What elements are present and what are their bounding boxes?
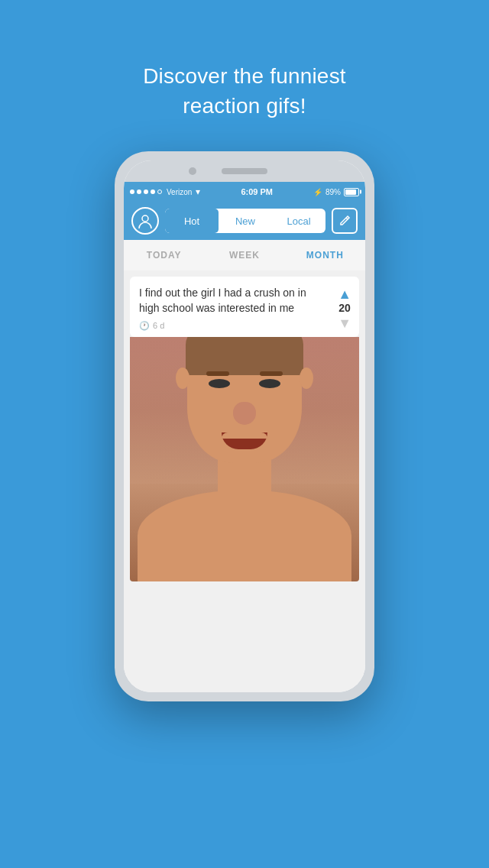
time-filter: TODAY WEEK MONTH <box>124 240 365 270</box>
phone-camera <box>189 167 196 175</box>
vote-controls: ▲ 20 ▼ <box>338 287 351 330</box>
post-meta: 🕐 6 d <box>139 321 351 331</box>
post-card: I find out the girl I had a crush on in … <box>130 277 359 336</box>
bluetooth-icon: ⚡ <box>313 188 322 196</box>
phone-screen: Verizon ▾ 6:09 PM ⚡ 89% <box>124 160 365 692</box>
downvote-button[interactable]: ▼ <box>338 316 351 330</box>
main-tab-group: Hot New Local <box>165 209 325 233</box>
phone-top-bar <box>124 160 365 182</box>
status-bar: Verizon ▾ 6:09 PM ⚡ 89% <box>124 182 365 202</box>
vote-number: 20 <box>338 301 351 316</box>
battery-percent: 89% <box>325 188 341 196</box>
nav-bar: Hot New Local <box>124 202 365 240</box>
post-gif[interactable] <box>130 337 359 581</box>
status-right: ⚡ 89% <box>313 188 359 196</box>
carrier-label: Verizon <box>167 188 192 196</box>
time-month[interactable]: MONTH <box>285 250 365 261</box>
signal-dot-2 <box>137 189 141 194</box>
page-headline: Discover the funniest reaction gifs! <box>143 61 346 121</box>
phone-speaker <box>222 168 267 174</box>
time-week[interactable]: WEEK <box>204 250 284 261</box>
profile-button[interactable] <box>131 207 159 235</box>
gif-image <box>130 337 359 581</box>
time-today[interactable]: TODAY <box>124 250 204 261</box>
battery-fill <box>345 189 356 195</box>
post-text: I find out the girl I had a crush on in … <box>139 286 351 316</box>
compose-button[interactable] <box>332 208 358 234</box>
tab-local[interactable]: Local <box>272 209 325 233</box>
phone-mockup: Verizon ▾ 6:09 PM ⚡ 89% <box>115 151 374 701</box>
wifi-icon: ▾ <box>196 186 200 197</box>
svg-line-1 <box>346 218 348 219</box>
signal-dot-5 <box>157 189 162 194</box>
content-area: I find out the girl I had a crush on in … <box>124 270 365 692</box>
status-time: 6:09 PM <box>241 187 273 196</box>
time-ago: 6 d <box>153 321 164 330</box>
signal-dot-4 <box>151 189 155 194</box>
tab-new[interactable]: New <box>219 209 272 233</box>
tab-hot[interactable]: Hot <box>165 209 219 233</box>
signal-dot-1 <box>130 189 134 194</box>
battery-icon <box>344 188 359 196</box>
clock-icon: 🕐 <box>139 321 150 331</box>
svg-point-0 <box>142 215 148 222</box>
signal-dot-3 <box>144 189 148 194</box>
status-left: Verizon ▾ <box>130 186 200 197</box>
upvote-button[interactable]: ▲ <box>338 287 351 301</box>
